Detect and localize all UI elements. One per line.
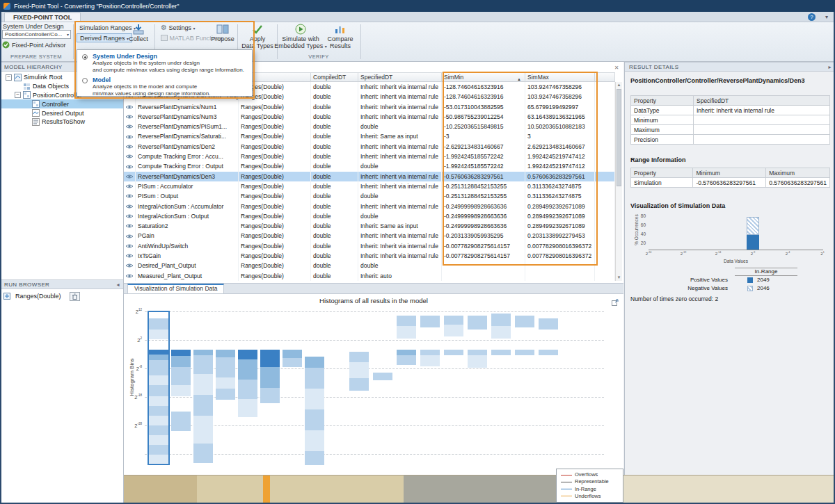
visibility-eye-icon[interactable]	[124, 161, 136, 171]
visibility-eye-icon[interactable]	[124, 122, 136, 131]
collect-button[interactable]: Collect	[126, 24, 151, 43]
table-row[interactable]: IntegralActionSum : OutputRanges(Double)…	[124, 211, 615, 221]
table-row[interactable]: ReversePlantDynamics/Num3Ranges(Double)d…	[124, 112, 615, 122]
overview-strip[interactable]	[124, 475, 835, 504]
table-row[interactable]: AntiWindUp/SwitchRanges(Double)doubleInh…	[124, 241, 615, 251]
visibility-eye-icon[interactable]	[124, 152, 136, 161]
popup-option-system-under-design[interactable]: System Under Design Analyze objects in t…	[77, 51, 252, 75]
help-icon[interactable]: ?	[808, 13, 816, 21]
table-row[interactable]: Desired_Plant_OutputRanges(Double)double…	[124, 261, 615, 270]
apply-label-line2: Data Types	[241, 43, 273, 50]
range-row-label: Simulation	[631, 178, 693, 188]
header-simmin[interactable]: SimMin▲	[442, 72, 525, 82]
histogram-column[interactable]	[397, 294, 416, 468]
scroll-down-icon[interactable]: ▼	[616, 275, 622, 281]
histogram-column[interactable]	[373, 294, 392, 468]
spec-row-value[interactable]: Inherit: Inherit via internal rule	[694, 106, 830, 115]
fixed-point-advisor-button[interactable]: Fixed-Point Advisor	[2, 41, 66, 49]
cell-name: ReversePlantDynamics/Num1	[136, 102, 239, 112]
histogram-column[interactable]	[260, 294, 280, 468]
cell-name: IxTsGain	[136, 251, 239, 261]
table-row[interactable]: IntegralActionSum : AccumulatorRanges(Do…	[124, 202, 615, 211]
visibility-eye-icon[interactable]	[124, 271, 136, 281]
header-simmax[interactable]: SimMax	[525, 72, 595, 82]
table-row[interactable]: PISum : AccumulatorRanges(Double)doubleI…	[124, 181, 615, 191]
table-row[interactable]: ReversePlantDynamics/PISum1...Ranges(Dou…	[124, 122, 615, 131]
table-row[interactable]: Compute Tracking Error : OutputRanges(Do…	[124, 161, 615, 171]
header-specifieddt[interactable]: SpecifiedDT	[358, 72, 442, 82]
radio-icon[interactable]	[82, 78, 88, 83]
run-item[interactable]: Ranges(Double)	[0, 291, 123, 301]
spec-row-value[interactable]	[694, 125, 830, 135]
table-row[interactable]: Compute Tracking Error : Accu...Ranges(D…	[124, 152, 615, 161]
collapse-panel-icon[interactable]: ◂	[117, 280, 120, 289]
visibility-eye-icon[interactable]	[124, 251, 136, 261]
table-row[interactable]: ReversePlantDynamics/Den2Ranges(Double)d…	[124, 142, 615, 152]
visibility-eye-icon[interactable]	[124, 131, 136, 141]
tab-visualization[interactable]: Visualization of Simulation Data	[127, 284, 224, 293]
cell-compiled: double	[311, 142, 358, 152]
legend-entry: Underflows	[561, 494, 619, 499]
visibility-eye-icon[interactable]	[124, 241, 136, 251]
propose-button[interactable]: Propose	[209, 24, 237, 43]
simulate-embedded-button[interactable]: Simulate with Embedded Types ▾	[280, 24, 321, 50]
visibility-eye-icon[interactable]	[124, 211, 136, 221]
visibility-eye-icon[interactable]	[124, 181, 136, 191]
table-row[interactable]: Saturation2Ranges(Double)doubleInherit: …	[124, 221, 615, 231]
histogram-column[interactable]	[349, 294, 369, 468]
vertical-scrollbar[interactable]: ▲ ▼	[615, 82, 622, 281]
histogram-column[interactable]	[491, 294, 511, 468]
compare-results-button[interactable]: Compare Results	[323, 24, 358, 49]
close-icon[interactable]: ✕	[613, 65, 620, 72]
visibility-eye-icon[interactable]	[124, 231, 136, 241]
scrollbar-thumb[interactable]	[617, 89, 621, 186]
histogram-column[interactable]	[468, 294, 487, 468]
collapse-panel-icon[interactable]: ▸	[829, 63, 832, 72]
visibility-eye-icon[interactable]	[124, 102, 136, 112]
settings-button[interactable]: ⚙ Settings ▾	[158, 24, 198, 33]
cell-compiled: double	[311, 241, 358, 251]
histogram-column[interactable]	[305, 294, 324, 468]
table-row[interactable]: ReversePlantDynamics/Saturati...Ranges(D…	[124, 131, 615, 141]
tree-item-desired-output[interactable]: Desired Output	[0, 108, 123, 117]
visibility-eye-icon[interactable]	[124, 172, 136, 181]
histogram-column[interactable]	[539, 294, 558, 468]
visibility-eye-icon[interactable]	[124, 112, 136, 122]
spec-row-value[interactable]	[694, 115, 830, 125]
cell-simmax: 0.2894992392671089	[525, 202, 595, 211]
spec-row-value[interactable]	[694, 135, 830, 145]
scroll-up-icon[interactable]: ▲	[616, 82, 622, 88]
table-row[interactable]: ReversePlantDynamics/Den3Ranges(Double)d…	[124, 172, 615, 181]
tree-item-results-to-show[interactable]: ResultsToShow	[0, 117, 123, 127]
tab-fixed-point-tool[interactable]: FIXED-POINT TOOL	[4, 13, 81, 22]
tree-item-controller[interactable]: Controller	[0, 99, 123, 108]
table-row[interactable]: PGainRanges(Double)doubleInherit: Inheri…	[124, 231, 615, 241]
histogram-column[interactable]	[193, 294, 213, 468]
table-row[interactable]: Measured_Plant_OutputRanges(Double)doubl…	[124, 271, 615, 281]
popup-option-model[interactable]: Model Analyze objects in the model and c…	[77, 75, 252, 99]
visibility-eye-icon[interactable]	[124, 191, 136, 201]
visibility-eye-icon[interactable]	[124, 261, 136, 270]
apply-data-types-button[interactable]: Apply Data Types	[239, 24, 276, 49]
histogram-column[interactable]	[171, 294, 191, 468]
ribbon-collapse-icon[interactable]: ▾	[825, 14, 828, 20]
visibility-eye-icon[interactable]	[124, 142, 136, 152]
collapse-expander-icon[interactable]: −	[6, 74, 12, 81]
derived-ranges-button[interactable]: Derived Ranges ▾	[77, 33, 132, 42]
histogram-column[interactable]	[515, 294, 534, 468]
system-under-design-combo[interactable]: PositionController/Co... ▾	[2, 30, 71, 39]
histogram-column[interactable]	[216, 294, 235, 468]
table-row[interactable]: IxTsGainRanges(Double)doubleInherit: Inh…	[124, 251, 615, 261]
table-row[interactable]: ReversePlantDynamics/Num1Ranges(Double)d…	[124, 102, 615, 112]
histogram-column[interactable]	[420, 294, 440, 468]
table-row[interactable]: PISum : OutputRanges(Double)doubledouble…	[124, 191, 615, 201]
histogram-column[interactable]	[238, 294, 257, 468]
histogram-column[interactable]	[444, 294, 463, 468]
histogram-column[interactable]	[283, 294, 302, 468]
visibility-eye-icon[interactable]	[124, 221, 136, 231]
visibility-eye-icon[interactable]	[124, 202, 136, 211]
delete-run-button[interactable]	[70, 292, 80, 301]
radio-selected-icon[interactable]	[82, 54, 88, 60]
collapse-expander-icon[interactable]: −	[15, 92, 21, 98]
header-compileddt[interactable]: CompiledDT	[311, 72, 358, 82]
